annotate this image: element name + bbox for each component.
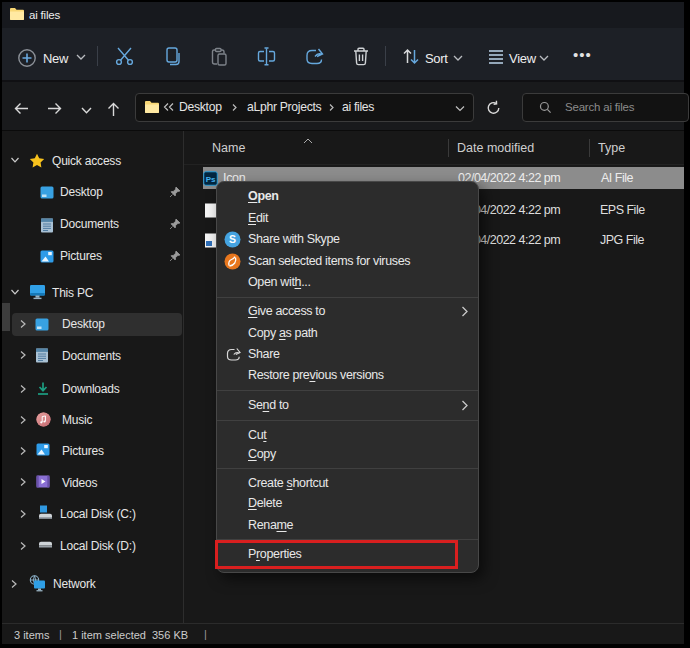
svg-text:S: S — [229, 233, 236, 245]
svg-text:Ps: Ps — [206, 175, 216, 184]
